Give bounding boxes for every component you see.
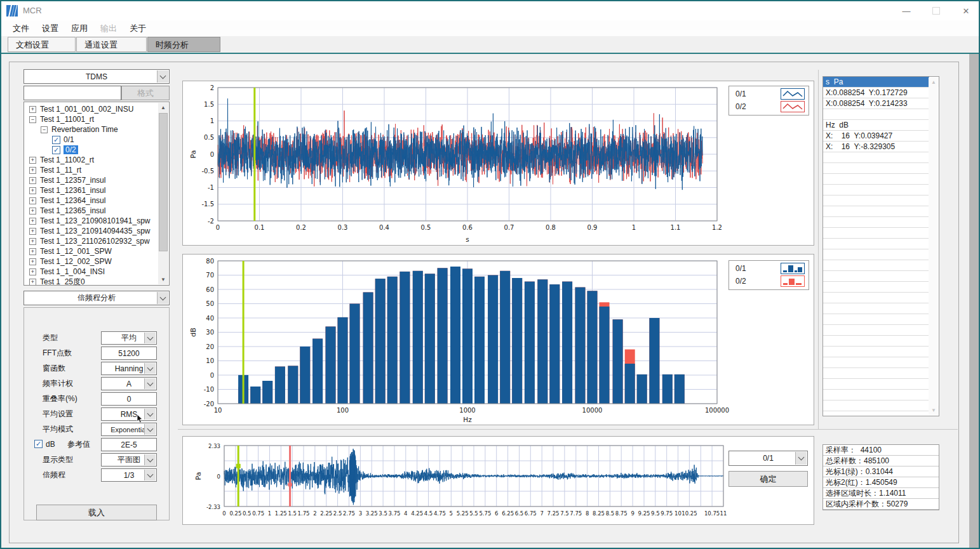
window-scrollbar-strip[interactable] [969, 54, 979, 548]
scroll-down-icon[interactable]: ▼ [929, 406, 939, 415]
readout-row-empty [823, 368, 929, 379]
tab-时频分析[interactable]: 时频分析 [147, 37, 220, 52]
tree-item[interactable]: +Test 1_11002_rt [24, 155, 169, 165]
collapse-icon[interactable]: − [29, 116, 36, 123]
ref-value-input[interactable]: 2E-5 [101, 438, 157, 451]
scroll-up-icon[interactable]: ▲ [929, 77, 939, 87]
avg-setting-select[interactable]: RMS [101, 407, 157, 421]
scroll-down-icon[interactable]: ▼ [158, 275, 168, 284]
format-button[interactable]: 格式 [121, 86, 170, 100]
octave-spectrum-chart[interactable]: 1010010001000010000080706050403020100-10… [182, 254, 814, 425]
tree-checkbox[interactable]: ✓ [52, 136, 60, 144]
file-tree[interactable]: +Test 1_001_001_002_INSU−Test 1_11001_rt… [23, 102, 170, 286]
menu-item-设置[interactable]: 设置 [36, 23, 65, 34]
expand-icon[interactable]: + [29, 187, 36, 194]
tree-scrollbar-thumb[interactable] [159, 113, 168, 251]
tree-item[interactable]: +Test 1_25度0 [24, 277, 169, 286]
channel-select[interactable]: 0/1 [728, 451, 808, 466]
tree-item[interactable]: ✓0/2 [24, 145, 169, 155]
menu-item-应用[interactable]: 应用 [65, 23, 94, 34]
load-button[interactable]: 载入 [36, 505, 157, 520]
expand-icon[interactable]: + [29, 177, 36, 184]
legend-row-0/2[interactable]: 0/2 [729, 275, 809, 288]
readout-scrollbar[interactable]: ▲ ▼ [929, 77, 938, 415]
tree-item-label: Test 1_123_210914094435_spw [40, 227, 150, 235]
readout-row-empty [823, 357, 929, 368]
legend-row-0/1[interactable]: 0/1 [729, 88, 809, 100]
tree-item[interactable]: +Test 1_1_004_INSI [24, 267, 169, 277]
db-checkbox[interactable]: ✓ [34, 440, 43, 448]
svg-text:6.25: 6.25 [502, 510, 514, 517]
expand-icon[interactable]: + [29, 238, 36, 245]
time-waveform-chart[interactable]: 00.10.20.30.40.50.60.70.80.911.11.221.51… [182, 81, 814, 246]
octave-select[interactable]: 1/3 [101, 468, 157, 482]
legend-row-0/1[interactable]: 0/1 [729, 262, 809, 275]
expand-icon[interactable]: + [29, 248, 36, 255]
menu-item-关于[interactable]: 关于 [123, 23, 152, 34]
menu-item-文件[interactable]: 文件 [6, 23, 36, 34]
expand-icon[interactable]: + [29, 106, 36, 113]
tree-item[interactable]: +Test 1_123_210914094435_spw [24, 226, 169, 236]
freq-weighting-select[interactable]: A [101, 377, 157, 390]
tree-item[interactable]: −Reverberation Time [24, 124, 169, 135]
maximize-button[interactable] [922, 1, 950, 20]
overview-waveform-chart[interactable]: 00.250.50.7511.251.51.7522.252.52.7533.2… [182, 436, 814, 525]
filter-input[interactable] [23, 86, 121, 100]
tree-item[interactable]: +Test 1_12364_insul [24, 195, 169, 206]
tree-scrollbar[interactable]: ▲ ▼ [158, 103, 168, 284]
minimize-button[interactable]: — [892, 1, 920, 20]
overlap-label: 重叠率(%) [43, 392, 77, 406]
tree-item[interactable]: ✓0/1 [24, 135, 169, 145]
fft-points-input[interactable]: 51200 [101, 347, 157, 360]
tree-item[interactable]: +Test 1_12_001_SPW [24, 246, 169, 256]
scroll-up-icon[interactable]: ▲ [158, 103, 168, 112]
svg-text:0.25: 0.25 [229, 510, 241, 517]
title-bar: MCR — ✕ [1, 1, 979, 20]
expand-icon[interactable]: + [29, 218, 36, 225]
file-format-select[interactable]: TDMS [23, 69, 170, 84]
expand-icon[interactable]: + [29, 268, 36, 275]
tree-item[interactable]: +Test 1_001_001_002_INSU [24, 104, 169, 114]
analysis-type-select[interactable]: 倍频程分析 [23, 291, 170, 305]
line-sample-icon [781, 101, 805, 112]
info-row: 采样率： 44100 [823, 445, 939, 456]
collapse-icon[interactable]: − [41, 126, 48, 133]
tree-item[interactable]: +Test 1_12_002_SPW [24, 256, 169, 267]
svg-text:dB: dB [189, 327, 198, 337]
tree-item[interactable]: +Test 1_123_210908101941_spw [24, 216, 169, 226]
tree-checkbox[interactable]: ✓ [52, 146, 60, 154]
svg-text:5: 5 [450, 510, 453, 517]
octave-label: 倍频程 [43, 468, 65, 482]
display-type-select[interactable]: 平面图 [101, 453, 157, 466]
confirm-button[interactable]: 确定 [728, 471, 808, 487]
legend-row-0/2[interactable]: 0/2 [729, 100, 809, 113]
type-select[interactable]: 平均 [101, 331, 157, 345]
close-button[interactable]: ✕ [952, 1, 980, 20]
window-fn-select[interactable]: Hanning [101, 362, 157, 375]
tree-item[interactable]: +Test 1_12361_insul [24, 185, 169, 195]
svg-text:0.6: 0.6 [462, 224, 473, 231]
tree-item[interactable]: +Test 1_11_rt [24, 165, 169, 175]
expand-icon[interactable]: + [29, 167, 36, 174]
readout-row-empty [823, 152, 929, 163]
overlap-input[interactable]: 0 [101, 392, 157, 406]
menu-item-输出[interactable]: 输出 [94, 23, 123, 34]
tree-item[interactable]: +Test 1_12357_insul [24, 175, 169, 185]
tab-文档设置[interactable]: 文档设置 [8, 37, 76, 52]
svg-text:8.5: 8.5 [606, 510, 615, 517]
expand-icon[interactable]: + [29, 197, 36, 204]
tab-通道设置[interactable]: 通道设置 [76, 37, 147, 52]
avg-mode-select[interactable]: Exponential [101, 423, 157, 436]
svg-text:-1: -1 [208, 184, 214, 191]
expand-icon[interactable]: + [29, 228, 36, 235]
svg-text:2.25: 2.25 [320, 510, 332, 517]
expand-icon[interactable]: + [29, 279, 36, 286]
expand-icon[interactable]: + [29, 208, 36, 215]
expand-icon[interactable]: + [29, 157, 36, 164]
tree-item[interactable]: +Test 1_123_211026102932_spw [24, 236, 169, 246]
svg-text:1.25: 1.25 [275, 510, 287, 517]
tree-item[interactable]: +Test 1_12365_insul [24, 206, 169, 216]
expand-icon[interactable]: + [29, 258, 36, 265]
svg-text:3: 3 [359, 510, 362, 517]
tree-item[interactable]: −Test 1_11001_rt [24, 114, 169, 124]
